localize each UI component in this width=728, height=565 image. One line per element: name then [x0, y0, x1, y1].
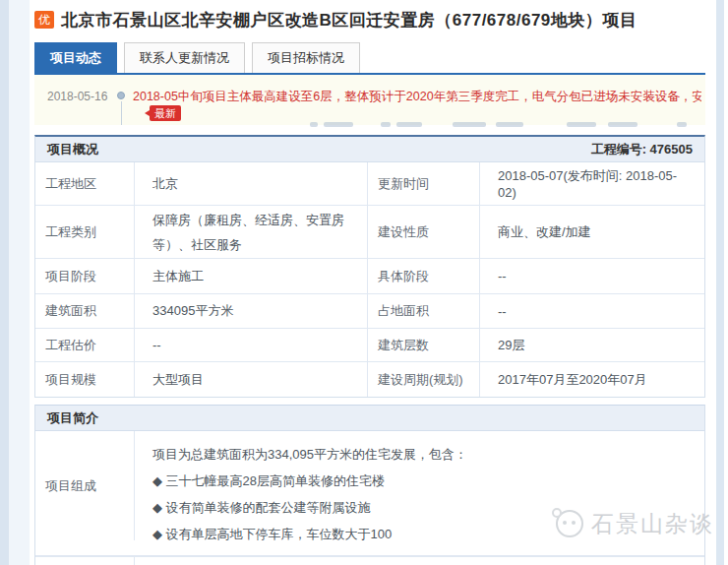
tab-project-updates[interactable]: 项目动态: [34, 42, 117, 73]
news-date: 2018-05-16: [47, 90, 107, 103]
row-label: 项目地址: [35, 557, 135, 565]
row-label: 项目阶段: [35, 259, 135, 293]
row-label: 具体阶段: [368, 259, 480, 293]
row-value: 保障房（廉租房、经适房、安置房等）、社区服务: [135, 206, 368, 258]
row-label: 建筑面积: [35, 294, 135, 328]
title-row: 优 北京市石景山区北辛安棚户区改造B区回迁安置房（677/678/679地块）项…: [34, 9, 705, 31]
composition-item: ◆ 三十七幢最高28层高简单装修的住宅楼: [152, 468, 697, 494]
faded-links-row: [310, 116, 703, 124]
row-value: --: [480, 259, 704, 293]
table-row: 工程地区 北京 更新时间 2018-05-07(发布时间: 2018-05-02…: [35, 162, 704, 206]
row-value: 2017年07月至2020年07月: [480, 362, 704, 397]
page-right-strip: [716, 0, 724, 565]
tab-contact-updates[interactable]: 联系人更新情况: [124, 42, 245, 73]
row-value: 商业、改建/加建: [480, 206, 704, 258]
table-row: 建筑面积 334095平方米 占地面积 --: [35, 294, 704, 329]
intro-table: 项目简介 项目组成 项目为总建筑面积为334,095平方米的住宅发展，包含： ◆…: [34, 405, 705, 565]
address-content: 北京市石景山区北辛安地区，东至特钢厂区，南至石景山路，西至北辛安路，北至阜石路 …: [135, 557, 706, 565]
table-row: 工程类别 保障房（廉租房、经适房、安置房等）、社区服务 建设性质 商业、改建/加…: [35, 206, 704, 259]
latest-badge: 最新: [150, 105, 181, 121]
timeline-dot-icon: [117, 92, 125, 99]
row-value: 334095平方米: [135, 294, 368, 328]
row-value: 2018-05-07(发布时间: 2018-05-02): [480, 162, 704, 205]
row-label: 建设周期(规划): [368, 362, 480, 397]
overview-table: 项目概况 工程编号: 476505 工程地区 北京 更新时间 2018-05-0…: [34, 135, 705, 398]
tab-project-bidding[interactable]: 项目招标情况: [252, 42, 360, 73]
composition-content: 项目为总建筑面积为334,095平方米的住宅发展，包含： ◆ 三十七幢最高28层…: [135, 431, 706, 555]
row-label: 建设性质: [368, 206, 480, 258]
row-label: 工程估价: [35, 329, 135, 361]
grade-badge: 优: [34, 11, 54, 29]
row-value: 北京: [135, 162, 368, 205]
row-value: 29层: [480, 329, 704, 361]
page-left-gutter: [9, 0, 30, 565]
address-row: 项目地址 北京市石景山区北辛安地区，东至特钢厂区，南至石景山路，西至北辛安路，北…: [35, 556, 704, 565]
row-value: --: [135, 329, 368, 361]
row-value: --: [480, 294, 704, 328]
main-content: 优 北京市石景山区北辛安棚户区改造B区回迁安置房（677/678/679地块）项…: [34, 0, 705, 565]
row-label: 项目规模: [35, 362, 135, 397]
row-label: 更新时间: [368, 162, 480, 205]
news-text: 2018-05中旬项目主体最高建设至6层，整体预计于2020年第三季度完工，电气…: [133, 89, 701, 105]
composition-item: ◆ 设有单层高地下停车库，车位数大于100: [152, 521, 697, 547]
overview-header: 项目概况 工程编号: 476505: [35, 137, 704, 162]
tab-bar: 项目动态 联系人更新情况 项目招标情况: [34, 45, 367, 73]
page-left-strip: [0, 0, 9, 565]
row-label: 占地面积: [368, 294, 480, 328]
table-row: 工程估价 -- 建筑层数 29层: [35, 329, 704, 362]
news-panel: 2018-05-16 2018-05中旬项目主体最高建设至6层，整体预计于202…: [34, 73, 705, 125]
composition-intro: 项目为总建筑面积为334,095平方米的住宅发展，包含：: [152, 441, 697, 468]
timeline-line: [121, 101, 122, 125]
page-title: 北京市石景山区北辛安棚户区改造B区回迁安置房（677/678/679地块）项目: [61, 9, 637, 31]
row-value: 大型项目: [135, 362, 368, 397]
table-row: 项目阶段 主体施工 具体阶段 --: [35, 259, 704, 294]
intro-header-title: 项目简介: [47, 409, 98, 427]
overview-header-title: 项目概况: [47, 141, 98, 158]
table-row: 项目规模 大型项目 建设周期(规划) 2017年07月至2020年07月: [35, 362, 704, 397]
row-label: 工程地区: [35, 162, 135, 205]
intro-header: 项目简介: [35, 406, 704, 431]
row-value: 主体施工: [135, 259, 368, 293]
row-label: 工程类别: [35, 206, 135, 258]
row-label: 项目组成: [35, 431, 135, 540]
project-number: 工程编号: 476505: [591, 141, 693, 158]
row-label: 建筑层数: [368, 329, 480, 361]
composition-item: ◆ 设有简单装修的配套公建等附属设施: [152, 494, 697, 521]
composition-row: 项目组成 项目为总建筑面积为334,095平方米的住宅发展，包含： ◆ 三十七幢…: [35, 431, 704, 556]
